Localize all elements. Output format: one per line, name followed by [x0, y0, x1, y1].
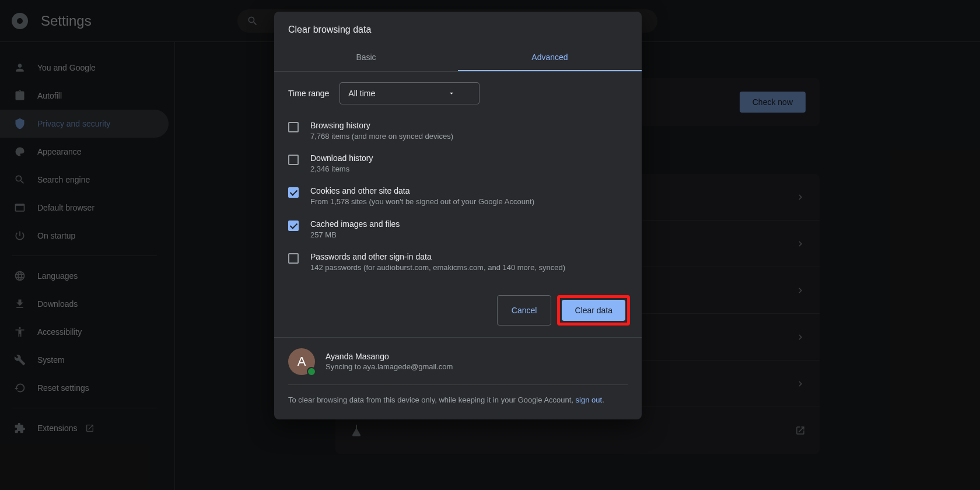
dialog-tabs: Basic Advanced: [274, 44, 642, 71]
option-title: Cached images and files: [310, 219, 400, 229]
option-subtitle: 257 MB: [310, 230, 400, 240]
account-name: Ayanda Masango: [326, 352, 453, 361]
option-subtitle: 7,768 items (and more on synced devices): [310, 131, 453, 142]
option-cached-images[interactable]: Cached images and files 257 MB: [288, 214, 628, 246]
account-sync-status: Syncing to aya.lamagede@gmail.com: [326, 362, 453, 371]
cancel-button[interactable]: Cancel: [497, 295, 552, 326]
option-title: Passwords and other sign-in data: [310, 252, 565, 261]
option-subtitle: 142 passwords (for audioburst.com, emaki…: [310, 262, 565, 273]
option-passwords[interactable]: Passwords and other sign-in data 142 pas…: [288, 246, 628, 279]
clear-data-button[interactable]: Clear data: [562, 300, 625, 321]
footer-note-text: To clear browsing data from this device …: [288, 396, 576, 404]
tab-basic[interactable]: Basic: [274, 44, 458, 71]
checkbox[interactable]: [288, 220, 299, 231]
option-cookies[interactable]: Cookies and other site data From 1,578 s…: [288, 180, 628, 213]
tab-advanced[interactable]: Advanced: [458, 44, 642, 71]
checkbox[interactable]: [288, 253, 299, 264]
checkbox[interactable]: [288, 122, 299, 132]
footer-note-suffix: .: [602, 396, 604, 404]
dialog-actions: Cancel Clear data: [274, 285, 642, 338]
highlight-box: Clear data: [557, 295, 630, 326]
option-title: Download history: [310, 153, 373, 163]
dropdown-arrow-icon: [447, 89, 456, 97]
option-download-history[interactable]: Download history 2,346 items: [288, 148, 628, 180]
sync-badge-icon: [307, 367, 316, 376]
clear-browsing-data-dialog: Clear browsing data Basic Advanced Time …: [274, 12, 642, 419]
account-row: A Ayanda Masango Syncing to aya.lamagede…: [288, 348, 628, 385]
clear-options-list: Browsing history 7,768 items (and more o…: [288, 115, 628, 279]
option-subtitle: 2,346 items: [310, 164, 373, 174]
time-range-value: All time: [348, 89, 375, 98]
sign-out-link[interactable]: sign out: [576, 396, 603, 404]
dialog-title: Clear browsing data: [274, 12, 642, 44]
checkbox[interactable]: [288, 187, 299, 198]
time-range-label: Time range: [288, 89, 329, 98]
avatar: A: [288, 348, 315, 375]
option-browsing-history[interactable]: Browsing history 7,768 items (and more o…: [288, 115, 628, 148]
time-range-row: Time range All time: [288, 82, 628, 104]
time-range-select[interactable]: All time: [340, 82, 480, 104]
option-subtitle: From 1,578 sites (you won't be signed ou…: [310, 197, 534, 207]
checkbox[interactable]: [288, 155, 299, 165]
dialog-footer-note: To clear browsing data from this device …: [288, 394, 628, 406]
option-title: Cookies and other site data: [310, 186, 534, 195]
option-title: Browsing history: [310, 121, 453, 130]
avatar-initial: A: [298, 354, 306, 369]
